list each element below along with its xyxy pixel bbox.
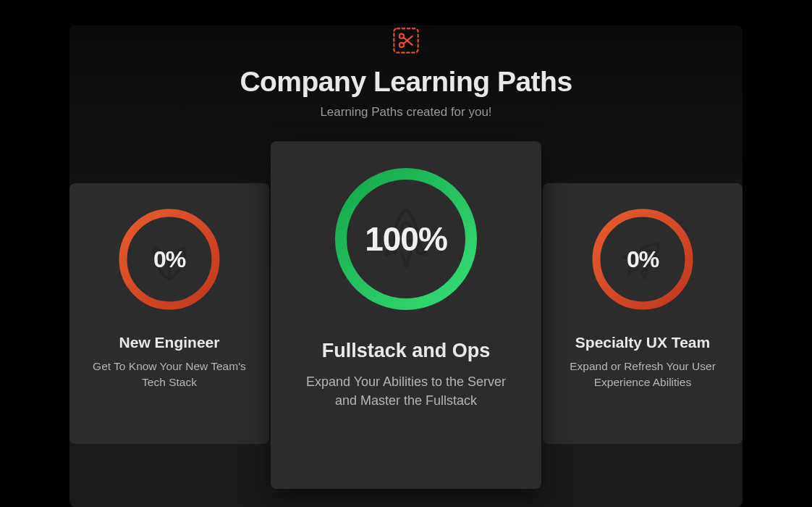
svg-line-3 [404,38,413,46]
path-card-ux-team[interactable]: 0% Specialty UX Team Expand or Refresh Y… [543,183,743,444]
path-card-description: Expand or Refresh Your User Experience A… [557,359,728,391]
scissors-path-icon [391,25,421,56]
progress-percent: 100% [365,219,447,259]
header: Company Learning Paths Learning Paths cr… [69,25,743,120]
path-card-description: Get To Know Your New Team's Tech Stack [84,359,255,391]
page-title: Company Learning Paths [240,66,572,98]
progress-ring: 100% [330,163,482,315]
progress-ring: 0% [115,205,224,314]
progress-ring: 0% [588,205,697,314]
path-card-fullstack-ops[interactable]: 100% Fullstack and Ops Expand Your Abili… [271,141,541,489]
page-subtitle: Learning Paths created for you! [320,105,491,120]
path-card-title: Specialty UX Team [575,334,710,351]
progress-percent: 0% [627,246,659,273]
path-card-description: Expand Your Abilities to the Server and … [292,372,520,410]
progress-percent: 0% [153,246,185,273]
path-card-title: New Engineer [119,334,220,351]
path-card-new-engineer[interactable]: 0% New Engineer Get To Know Your New Tea… [69,183,269,444]
svg-line-4 [404,36,413,44]
path-cards: 0% New Engineer Get To Know Your New Tea… [69,141,743,489]
learning-paths-panel: Company Learning Paths Learning Paths cr… [69,25,743,507]
path-card-title: Fullstack and Ops [322,340,491,362]
